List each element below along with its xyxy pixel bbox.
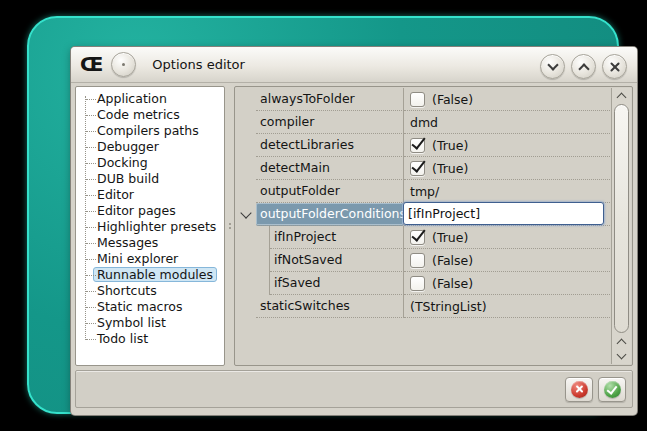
property-value-editor[interactable]: [ifInProject] (403, 202, 604, 225)
sidebar-item-static-macros[interactable]: Static macros (97, 299, 224, 315)
row-expander-gutter (235, 249, 256, 272)
property-value[interactable]: [ifInProject] (404, 203, 612, 226)
footer-bar (75, 370, 633, 408)
property-row-ifNotSaved[interactable]: ifNotSaved (False) (235, 249, 612, 272)
scrollbar-thumb[interactable] (614, 104, 629, 333)
checkbox[interactable] (410, 92, 425, 107)
property-value-text: (True) (432, 138, 468, 153)
sidebar-item-label: Editor pages (97, 203, 176, 218)
checkbox[interactable] (410, 253, 425, 268)
sidebar-item-label: Static macros (97, 299, 182, 314)
sidebar-item-messages[interactable]: Messages (97, 235, 224, 251)
chevron-down-icon (547, 59, 558, 70)
sidebar-item-application[interactable]: Application (97, 91, 224, 107)
maximize-button[interactable] (571, 54, 596, 79)
sidebar-item-label: Runnable modules (93, 267, 217, 282)
property-value[interactable]: (False) (404, 249, 612, 272)
property-value-text: (False) (432, 276, 473, 291)
property-row-outputFolderConditions[interactable]: outputFolderConditions [ifInProject] (235, 203, 612, 226)
sidebar-item-debugger[interactable]: Debugger (97, 139, 224, 155)
property-row-detectMain[interactable]: detectMain (True) (235, 157, 612, 180)
property-row-ifInProject[interactable]: ifInProject (True) (235, 226, 612, 249)
property-value[interactable]: (False) (404, 88, 612, 111)
property-row-compiler[interactable]: compiler dmd (235, 111, 612, 134)
property-name[interactable]: alwaysToFolder (256, 88, 404, 111)
window-frame: Œ Options editor Application Code metric… (27, 16, 619, 414)
row-expander-gutter (235, 157, 256, 180)
checkbox[interactable] (410, 161, 425, 176)
property-value[interactable]: (True) (404, 226, 612, 249)
property-name[interactable]: outputFolderConditions (256, 203, 404, 226)
sidebar-item-mini-explorer[interactable]: Mini explorer (97, 251, 224, 267)
grid-scrollbar[interactable] (611, 88, 631, 364)
sidebar-item-label: Code metrics (97, 107, 180, 122)
window-title: Options editor (152, 57, 245, 72)
sidebar-item-label: Highlighter presets (97, 219, 216, 234)
sidebar-item-highlighter-presets[interactable]: Highlighter presets (97, 219, 224, 235)
property-row-outputFolder[interactable]: outputFolder tmp/ (235, 180, 612, 203)
sidebar-item-docking[interactable]: Docking (97, 155, 224, 171)
property-name[interactable]: compiler (256, 111, 404, 134)
app-logo-icon: Œ (80, 54, 100, 74)
close-icon (609, 61, 621, 73)
property-value-text: dmd (410, 115, 438, 130)
categories-panel: Application Code metrics Compilers paths… (75, 86, 225, 366)
property-value-text: (True) (432, 161, 468, 176)
accept-button[interactable] (598, 377, 626, 402)
accept-check-icon (604, 381, 621, 398)
property-row-ifSaved[interactable]: ifSaved (False) (235, 272, 612, 295)
sidebar-item-editor-pages[interactable]: Editor pages (97, 203, 224, 219)
sidebar-item-shortcuts[interactable]: Shortcuts (97, 283, 224, 299)
row-expander-gutter (235, 272, 256, 295)
cancel-button[interactable] (565, 377, 593, 402)
sidebar-item-symbol-list[interactable]: Symbol list (97, 315, 224, 331)
property-value[interactable]: (True) (404, 157, 612, 180)
panel-splitter[interactable] (226, 86, 234, 366)
row-expander-gutter (235, 111, 256, 134)
row-indent (256, 249, 270, 272)
property-name[interactable]: ifSaved (270, 272, 404, 295)
property-value[interactable]: dmd (404, 111, 612, 134)
sidebar-item-compilers-paths[interactable]: Compilers paths (97, 123, 224, 139)
property-value[interactable]: (TStringList) (404, 295, 612, 318)
row-expander-gutter (235, 134, 256, 157)
property-value[interactable]: tmp/ (404, 180, 612, 203)
sidebar-item-code-metrics[interactable]: Code metrics (97, 107, 224, 123)
scroll-down-button[interactable] (612, 349, 631, 364)
sidebar-item-dub-build[interactable]: DUB build (97, 171, 224, 187)
property-value[interactable]: (False) (404, 272, 612, 295)
collapse-chevron-icon[interactable] (240, 207, 251, 218)
property-name[interactable]: ifNotSaved (270, 249, 404, 272)
close-button[interactable] (602, 54, 627, 79)
property-name[interactable]: detectLibraries (256, 134, 404, 157)
sidebar-item-label: Debugger (97, 139, 159, 154)
checkbox[interactable] (410, 276, 425, 291)
sidebar-item-label: Compilers paths (97, 123, 199, 138)
checkbox[interactable] (410, 230, 425, 245)
property-value-text: tmp/ (410, 184, 439, 199)
sidebar-item-editor[interactable]: Editor (97, 187, 224, 203)
sidebar-item-label: Todo list (97, 331, 148, 346)
property-name[interactable]: ifInProject (270, 226, 404, 249)
property-row-detectLibraries[interactable]: detectLibraries (True) (235, 134, 612, 157)
titlebar[interactable]: Œ Options editor (71, 47, 637, 83)
window-menu-button[interactable] (111, 52, 136, 77)
sidebar-item-label: Mini explorer (97, 251, 178, 266)
cancel-x-icon (571, 381, 588, 398)
sidebar-item-todo-list[interactable]: Todo list (97, 331, 224, 347)
scroll-up-button[interactable] (612, 88, 631, 103)
sidebar-item-runnable-modules[interactable]: Runnable modules (97, 267, 224, 283)
minimize-button[interactable] (540, 54, 565, 79)
checkbox[interactable] (410, 138, 425, 153)
property-value[interactable]: (True) (404, 134, 612, 157)
property-row-staticSwitches[interactable]: staticSwitches (TStringList) (235, 295, 612, 318)
property-name[interactable]: outputFolder (256, 180, 404, 203)
property-name[interactable]: staticSwitches (256, 295, 404, 318)
chevron-up-icon (617, 93, 627, 103)
scroll-up-button-2[interactable] (612, 334, 631, 349)
titlebar-buttons (540, 54, 627, 79)
sidebar-item-label: Symbol list (97, 315, 166, 330)
property-name[interactable]: detectMain (256, 157, 404, 180)
chevron-up-icon (617, 339, 627, 349)
property-row-alwaysToFolder[interactable]: alwaysToFolder (False) (235, 88, 612, 111)
